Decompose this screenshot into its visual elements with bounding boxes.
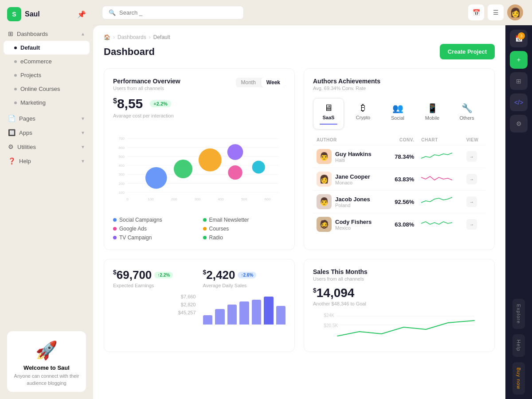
sales-value-row: $2,420 ↑2.6% [203,268,286,282]
table-row: 👨 Guy Hawkins Haiti 78.34% [313,145,485,168]
view-btn[interactable]: → [466,196,477,207]
tab-others[interactable]: 🔧 Others [451,98,482,129]
chart-legend: Social Campaigns Email Newsletter Google… [113,217,286,241]
create-project-button[interactable]: Create Project [440,44,495,59]
tab-month[interactable]: Month [236,78,261,87]
svg-text:500: 500 [118,155,125,159]
sidebar-item-dashboards[interactable]: ⊞ Dashboards ▲ [4,27,90,41]
tab-crypto-label: Crypto [356,115,370,120]
sidebar-item-utilities[interactable]: ⚙ Utilities ▼ [4,140,90,154]
stats-grid: $69,700 ↑2.2% Expected Earnings $7,660 [113,268,286,325]
svg-point-23 [199,149,222,172]
tab-mobile[interactable]: 📱 Mobile [417,98,448,129]
legend-courses: Courses [203,226,286,232]
author-country: Haiti [335,157,372,163]
help-btn[interactable]: Help [512,334,525,357]
sidebar-item-default[interactable]: Default [4,41,90,55]
breadcrumb-dashboards[interactable]: Dashboards [117,34,146,40]
currency-symbol: $ [113,97,117,105]
tab-saas[interactable]: 🖥 SaaS [313,98,344,129]
pin-icon[interactable]: 📌 [77,10,86,19]
sidebar-item-online-courses[interactable]: Online Courses [4,82,90,96]
sidebar-item-marketing[interactable]: Marketing [4,96,90,110]
avatar: 👨 [317,194,332,209]
legend-google-ads: Google Ads [113,226,196,232]
avatar[interactable]: 👩 [507,4,523,20]
view-btn[interactable]: → [466,219,477,230]
sidebar: S Saul 📌 ⊞ Dashboards ▲ Default eCommerc… [0,0,93,399]
metric-row: $8,55 +2.2% [113,96,286,111]
rs-code-btn[interactable]: </> [510,94,528,111]
sparkline-chart [421,173,452,184]
sidebar-nav: ⊞ Dashboards ▲ Default eCommerce Project… [0,27,93,324]
sidebar-item-pages[interactable]: 📄 Pages ▼ [4,111,90,125]
bar [276,306,286,325]
rs-grid-btn[interactable]: ⊞ [510,72,528,90]
sidebar-item-apps[interactable]: 🔲 Apps ▼ [4,125,90,140]
sidebar-item-label: Pages [19,115,77,122]
legend-dot [203,236,207,239]
dot-icon [14,74,17,77]
buy-now-btn[interactable]: Buy now [512,362,525,395]
earn-row: $45,257 [113,309,196,317]
svg-text:200: 200 [118,182,125,186]
table-row: 👨 Jacob Jones Poland 92.56% [313,191,485,213]
chevron-icon: ▼ [81,159,85,164]
sidebar-item-label: Utilities [17,144,77,150]
time-tab-group: Month Week [236,78,286,87]
tab-mobile-label: Mobile [425,115,439,121]
page-title: Dashboard [104,46,155,58]
author-country: Monaco [335,180,370,185]
sidebar-item-projects[interactable]: Projects [4,68,90,82]
svg-point-21 [145,167,167,189]
search-icon: 🔍 [109,9,116,16]
topbar-right: 📅 ☰ 👩 [468,4,523,20]
rs-add-btn[interactable]: ＋ [510,51,528,69]
view-btn[interactable]: → [466,151,477,162]
dot-icon [14,102,17,104]
chevron-icon: ▲ [81,31,85,36]
sep2: › [149,34,151,40]
welcome-title: Welcome to Saul [12,364,81,371]
svg-text:300: 300 [195,197,201,201]
svg-text:400: 400 [218,197,224,201]
explore-btn[interactable]: Explore [512,299,525,329]
col-conv: CONV. [386,135,418,145]
svg-text:400: 400 [118,164,125,168]
rs-settings-btn[interactable]: ⚙ [510,115,528,133]
tab-crypto[interactable]: ₿ Crypto [348,98,379,129]
earn-val: $2,820 [181,302,196,307]
home-icon: 🏠 [104,34,110,40]
sales-month-subtitle: Users from all channels [313,276,485,282]
sidebar-item-help[interactable]: ❓ Help ▼ [4,154,90,168]
dashboard-grid: Performance Overview Users from all chan… [104,68,495,352]
chevron-icon: ▼ [81,145,85,149]
tab-social[interactable]: 👥 Social [382,98,413,129]
tab-week[interactable]: Week [261,78,286,87]
sales-value-row: $14,094 [313,286,485,300]
calendar-btn[interactable]: 📅 [468,4,484,20]
chevron-icon: ▼ [81,130,85,135]
svg-text:$24K: $24K [324,313,335,318]
dot-icon [14,88,17,90]
sales-stat-value: $14,094 [313,286,354,300]
view-btn[interactable]: → [466,174,477,184]
astronaut-illustration: 🚀 [12,340,81,361]
welcome-card: 🚀 Welcome to Saul Anyone can connect wit… [7,331,86,392]
sidebar-item-ecommerce[interactable]: eCommerce [4,55,90,68]
bubble-chart: 700 600 500 400 300 200 100 0 100 200 30… [113,123,286,211]
svg-point-25 [228,165,242,180]
search-input[interactable] [119,9,237,16]
earn-val: $45,257 [178,310,196,315]
authors-subtitle: Avg. 69.34% Conv. Rate [313,86,485,91]
author-info: 👨 Jacob Jones Poland [317,194,383,209]
menu-btn[interactable]: ☰ [488,4,504,20]
nav-group-dashboards: ⊞ Dashboards ▲ Default eCommerce Project… [4,27,90,110]
main-content: 🔍 📅 ☰ 👩 🏠 › Dashboards › Default Dashboa… [93,0,532,399]
bubble-chart-svg: 700 600 500 400 300 200 100 0 100 200 30… [113,123,286,211]
author-info: 👩 Jane Cooper Monaco [317,172,383,187]
breadcrumb-current: Default [153,34,170,40]
legend-radio: Radio [203,235,286,241]
authors-table: AUTHOR CONV. CHART VIEW 👨 [313,135,485,235]
legend-dot [113,218,117,222]
